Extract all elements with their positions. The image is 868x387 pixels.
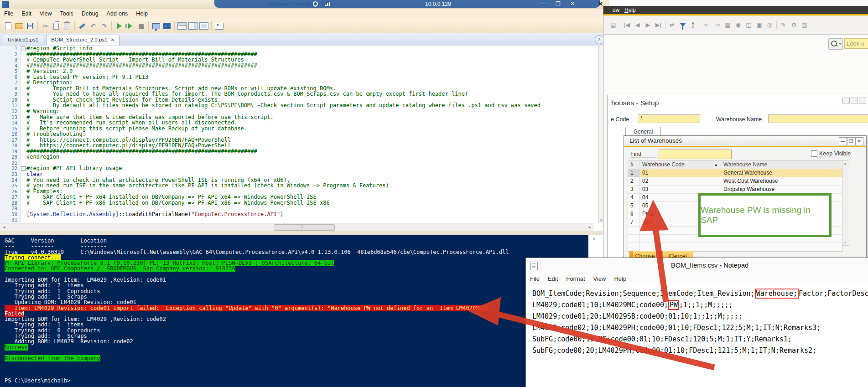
paste-icon[interactable] [62,21,73,31]
restore-icon[interactable]: ❐ [556,0,561,7]
show-script-pane-maximized-icon[interactable] [198,21,209,31]
new-remote-powershell-tab-icon[interactable] [151,21,161,31]
previous-record-icon[interactable]: ◀ [632,20,643,30]
editor-scroll-up-button[interactable]: ∧ [595,35,604,44]
previous-document-icon[interactable]: ⇤ [702,20,712,30]
tab-bom_structure_2.0.ps1[interactable]: BOM_Structure_2.0.ps1✕ [46,35,120,45]
powershell-console[interactable]: GAC Version Location--- ------- --------… [0,235,588,387]
stop-operation-icon[interactable] [135,21,146,31]
warehouse-code-input[interactable]: * [638,114,700,123]
copy-icon[interactable] [51,21,62,31]
minimize-icon[interactable]: — [839,137,847,145]
code-line[interactable]: # Last tested PF version: PF 9.1 PL13 [26,74,598,80]
scroll-down-icon[interactable]: ∨ [600,218,603,222]
ise-menu-debug[interactable]: Debug [78,9,103,18]
new-script-icon[interactable] [3,21,14,31]
minimize-icon[interactable]: — [541,0,546,7]
cut-icon[interactable]: ✂ [40,21,51,31]
table-row[interactable]: 303Dropship Warehouse [628,186,842,194]
maximize-icon[interactable] [851,98,858,103]
close-icon[interactable]: ✕ [855,137,863,145]
run-selection-icon[interactable] [125,21,135,31]
close-icon[interactable] [859,98,866,103]
code-line[interactable]: ########################################… [26,63,598,69]
column-header-#[interactable]: # [628,161,640,169]
show-script-pane-icon[interactable] [213,21,224,31]
scroll-left-icon[interactable]: ◂ [1,224,7,230]
find-icon[interactable]: ◎ [764,20,775,30]
editor-code[interactable]: −#region #Script info###################… [26,46,598,223]
tab-close-icon[interactable]: ✕ [111,37,114,42]
notepad-menu-edit[interactable]: Edit [544,273,562,284]
scales-icon[interactable]: ◫ [743,20,754,30]
code-line[interactable] [26,217,598,223]
console-scroll-up-icon[interactable]: ∧ [590,236,598,243]
refresh-icon[interactable]: ⇄ [667,20,677,30]
ise-menu-help[interactable]: Help [132,9,152,18]
editor-horizontal-scrollbar[interactable]: ◂ ▸ [0,223,594,231]
fold-collapse-icon[interactable]: − [21,166,26,171]
scroll-down-icon[interactable]: ▼ [843,241,847,245]
form-settings-icon[interactable]: ▣ [754,20,764,30]
start-powershell-icon[interactable]: ›_ [161,21,172,31]
ise-menu-tools[interactable]: Tools [56,9,78,18]
column-header-warehouse-code[interactable]: Warehouse Code▲ [640,161,721,169]
clear-console-icon[interactable] [77,21,88,31]
table-empty-row[interactable] [628,243,842,251]
last-record-icon[interactable]: ▶| [653,20,664,30]
notepad-menu-format[interactable]: Format [562,273,589,284]
tab-general[interactable]: General [625,127,661,136]
tab-untitled1.ps1[interactable]: Untitled1.ps1 [3,35,43,45]
notepad-menu-file[interactable]: File [526,273,544,284]
code-line[interactable]: −#region #PF API library usage [26,165,598,171]
code-line[interactable]: # SAP Client + PF x86 installed on DB/Co… [26,200,598,206]
ise-close-icon[interactable]: ✕ [598,0,603,7]
warehouse-name-input[interactable] [768,114,868,123]
zoom-search-button[interactable] [828,38,843,50]
undo-icon[interactable]: ↶ [88,21,99,31]
document-icon[interactable]: ▤ [608,20,619,30]
scrollbar-thumb[interactable] [274,224,335,231]
scroll-right-icon[interactable]: ▸ [587,224,593,230]
sap-menu-window[interactable]: ow [613,7,619,13]
next-record-icon[interactable]: ▶ [643,20,653,30]
fold-collapse-icon[interactable]: − [21,46,26,51]
db-tools-icon[interactable]: ▥ [799,20,810,30]
first-record-icon[interactable]: |◀ [622,20,632,30]
filter-icon[interactable] [677,20,688,30]
pin-icon[interactable] [313,1,318,6]
redo-icon[interactable]: ↷ [99,21,109,31]
table-scrollbar[interactable]: ▲ ▼ [842,160,849,246]
minimize-icon[interactable] [842,98,850,103]
close-icon[interactable]: ✕ [570,0,575,7]
sort-icon[interactable]: AZ [688,20,698,30]
open-script-icon[interactable] [14,21,25,31]
run-script-icon[interactable] [114,21,125,31]
script-editor[interactable]: 1234567891011121314151617181920212223242… [0,46,598,223]
save-icon[interactable] [25,21,36,31]
calculator-icon[interactable]: ▦ [722,20,733,30]
show-script-pane-top-icon[interactable] [177,21,187,31]
notepad-menu-help[interactable]: Help [610,273,630,284]
table-row[interactable]: 101General Warehouse [628,169,842,177]
notepad-menu-view[interactable]: View [589,273,610,284]
ise-menu-edit[interactable]: Edit [17,9,36,18]
code-line[interactable]: [System.Reflection.Assembly]::LoadWithPa… [26,212,598,217]
lookup-input[interactable]: Look u [844,38,868,49]
scroll-up-icon[interactable]: ▲ [843,161,847,165]
column-header-warehouse-name[interactable]: Warehouse Name [721,161,842,169]
keep-visible-checkbox[interactable] [811,150,817,157]
maximize-icon[interactable]: ❒ [847,137,855,145]
code-line[interactable]: ########################################… [26,149,598,155]
code-line[interactable]: # By default all files needs be stored i… [26,103,598,108]
payment-icon[interactable]: ◉ [733,20,743,30]
code-line[interactable]: # Before running this script please Make… [26,126,598,132]
next-document-icon[interactable]: ⇥ [712,20,722,30]
notepad-content[interactable]: BOM_ItemCode;Revision;Sequence;ItemCode;… [526,284,868,387]
ise-menu-view[interactable]: View [36,9,56,18]
table-row[interactable]: 202West Cost Warehouse [628,177,842,186]
code-line[interactable]: # you need run ISE in the same architect… [26,183,598,189]
find-input[interactable] [659,150,732,159]
edit-icon[interactable]: ✎ [778,20,789,30]
sap-menu-help[interactable]: Help [624,7,636,13]
